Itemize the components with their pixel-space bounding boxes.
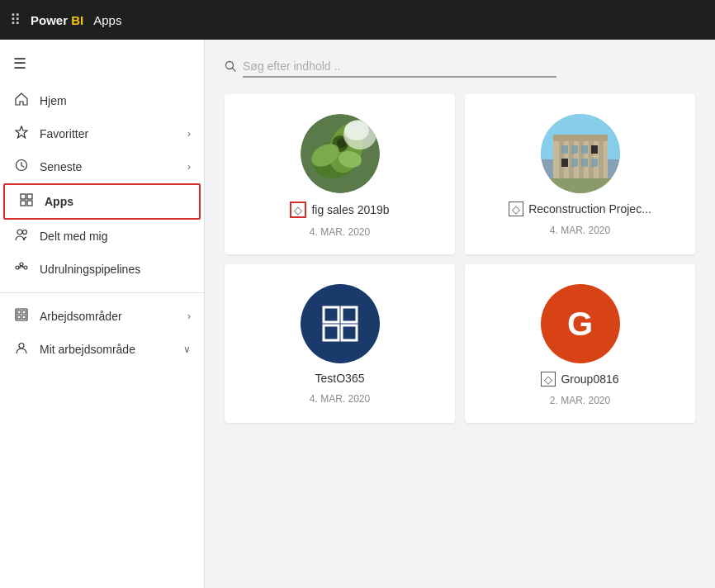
svg-rect-37 xyxy=(571,145,578,154)
svg-point-16 xyxy=(19,344,24,349)
svg-rect-38 xyxy=(581,145,588,154)
svg-rect-48 xyxy=(342,325,357,340)
chevron-right-icon: › xyxy=(187,311,191,322)
app-date-testo365: 4. MAR. 2020 xyxy=(310,393,370,405)
app-name-row-reconstruction: ◇ Reconstruction Projec... xyxy=(509,202,651,216)
svg-rect-12 xyxy=(17,311,21,314)
user-icon xyxy=(13,341,30,358)
sidebar-divider xyxy=(0,292,204,293)
app-name-testo365: TestO365 xyxy=(315,372,365,385)
svg-point-9 xyxy=(20,263,23,266)
svg-rect-3 xyxy=(27,194,32,199)
clock-icon xyxy=(13,159,30,175)
sidebar: ☰ Hjem Favoritter › xyxy=(0,40,205,588)
app-card-group0816[interactable]: G ◇ Group0816 2. MAR. 2020 xyxy=(465,264,695,423)
sidebar-favoritter-label: Favoritter xyxy=(40,127,88,140)
app-avatar-group0816: G xyxy=(541,284,620,363)
app-card-testo365[interactable]: TestO365 4. MAR. 2020 xyxy=(225,264,455,423)
sidebar-seneste-label: Seneste xyxy=(40,160,82,173)
svg-rect-40 xyxy=(561,159,568,167)
svg-rect-14 xyxy=(17,315,21,319)
app-name-reconstruction: Reconstruction Projec... xyxy=(528,202,651,216)
topbar-app-title: Apps xyxy=(93,13,121,27)
svg-point-26 xyxy=(344,121,369,140)
app-card-fig-sales[interactable]: ◇ fig sales 2019b 4. MAR. 2020 xyxy=(225,94,455,254)
search-icon xyxy=(225,60,236,74)
app-avatar-testo365 xyxy=(301,284,380,363)
chevron-right-icon: › xyxy=(187,128,191,140)
app-date-reconstruction: 4. MAR. 2020 xyxy=(550,225,610,236)
svg-rect-45 xyxy=(324,307,339,322)
svg-point-6 xyxy=(17,230,22,235)
svg-rect-46 xyxy=(342,307,357,322)
apps-grid: ◇ fig sales 2019b 4. MAR. 2020 xyxy=(225,94,695,423)
svg-rect-44 xyxy=(541,178,620,193)
svg-rect-13 xyxy=(22,311,26,314)
svg-rect-47 xyxy=(324,325,339,340)
diamond-highlighted-icon: ◇ xyxy=(290,202,306,218)
app-name-fig-sales: fig sales 2019b xyxy=(311,203,389,216)
sidebar-mit-label: Mit arbejdsområde xyxy=(40,343,135,356)
app-date-group0816: 2. MAR. 2020 xyxy=(550,395,610,406)
chevron-right-icon: › xyxy=(187,161,191,173)
app-avatar-reconstruction xyxy=(541,114,620,193)
svg-rect-39 xyxy=(591,145,598,154)
sidebar-item-favoritter[interactable]: Favoritter › xyxy=(0,117,204,150)
hamburger-button[interactable]: ☰ xyxy=(0,46,204,81)
logo-text: Power BI xyxy=(31,13,83,27)
pipeline-icon xyxy=(13,261,30,277)
app-avatar-fig-sales xyxy=(301,114,380,193)
waffle-icon[interactable]: ⠿ xyxy=(10,11,21,29)
apps-grid-icon xyxy=(18,193,35,210)
search-bar xyxy=(225,56,588,78)
main-container: ☰ Hjem Favoritter › xyxy=(0,40,715,588)
svg-rect-35 xyxy=(599,141,604,180)
diamond-icon: ◇ xyxy=(509,202,523,216)
app-logo: Power BI xyxy=(31,13,83,27)
sidebar-item-hjem[interactable]: Hjem xyxy=(0,84,204,117)
svg-rect-41 xyxy=(571,159,578,167)
main-content: ◇ fig sales 2019b 4. MAR. 2020 xyxy=(205,40,715,588)
svg-rect-43 xyxy=(591,159,598,167)
svg-rect-4 xyxy=(21,201,26,206)
sidebar-apps-label: Apps xyxy=(45,195,73,208)
svg-rect-15 xyxy=(22,315,26,319)
app-name-row-testo365: TestO365 xyxy=(315,372,365,385)
home-icon xyxy=(13,92,30,109)
sidebar-item-seneste[interactable]: Seneste › xyxy=(0,150,204,183)
topbar: ⠿ Power BI Apps xyxy=(0,0,715,40)
app-name-group0816: Group0816 xyxy=(561,372,618,386)
app-date-fig-sales: 4. MAR. 2020 xyxy=(310,226,370,238)
sidebar-udrulning-label: Udrulningspipelines xyxy=(40,263,140,276)
svg-marker-0 xyxy=(16,126,27,138)
svg-rect-2 xyxy=(21,194,26,199)
sidebar-item-delt-med-mig[interactable]: Delt med mig xyxy=(0,220,204,253)
app-name-row-group0816: ◇ Group0816 xyxy=(541,372,618,386)
svg-rect-30 xyxy=(553,135,608,141)
svg-point-8 xyxy=(16,266,19,269)
sidebar-hjem-label: Hjem xyxy=(40,94,67,107)
sidebar-item-udrulningspipelines[interactable]: Udrulningspipelines xyxy=(0,253,204,286)
logo-accent: BI xyxy=(71,13,83,27)
svg-rect-42 xyxy=(581,159,588,167)
sidebar-arbejds-label: Arbejdsområder xyxy=(40,310,122,323)
workspaces-icon xyxy=(13,308,30,325)
search-input[interactable] xyxy=(243,56,556,78)
sidebar-item-apps[interactable]: Apps xyxy=(3,183,201,220)
svg-point-10 xyxy=(24,266,27,269)
sidebar-item-mit-arbejdsomrade[interactable]: Mit arbejdsområde ∨ xyxy=(0,333,204,366)
chevron-down-icon: ∨ xyxy=(183,344,191,355)
sidebar-delt-label: Delt med mig xyxy=(40,230,107,243)
star-icon xyxy=(13,126,30,142)
app-name-row-fig-sales: ◇ fig sales 2019b xyxy=(290,202,389,218)
app-avatar-letter-g: G xyxy=(567,306,593,343)
diamond-icon-group: ◇ xyxy=(541,372,556,386)
app-card-reconstruction[interactable]: ◇ Reconstruction Projec... 4. MAR. 2020 xyxy=(465,94,695,254)
svg-rect-36 xyxy=(561,145,568,154)
shared-icon xyxy=(13,228,30,244)
svg-point-7 xyxy=(23,230,27,235)
sidebar-item-arbejdsomrader[interactable]: Arbejdsområder › xyxy=(0,300,204,333)
svg-rect-5 xyxy=(27,201,32,206)
